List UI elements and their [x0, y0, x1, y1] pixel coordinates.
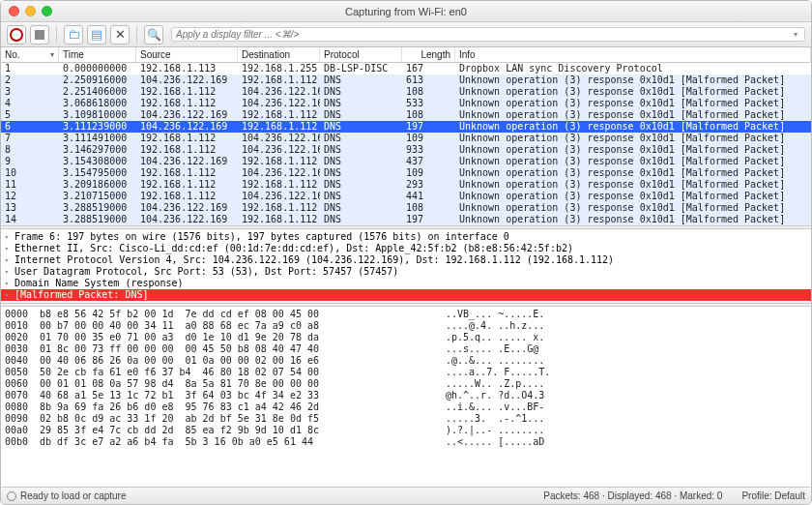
expert-info-icon[interactable]	[7, 491, 16, 501]
search-icon: 🔍	[147, 28, 161, 42]
hex-row[interactable]: 007040 68 a1 5e 13 1c 72 b1 3f 64 03 bc …	[1, 390, 811, 401]
close-icon[interactable]	[9, 6, 19, 16]
toolbar-separator	[56, 26, 57, 44]
save-icon: ▤	[91, 27, 102, 42]
hex-row[interactable]: 002001 70 00 35 e0 71 00 a3 d0 1e 10 d1 …	[1, 332, 811, 343]
disclosure-triangle-icon[interactable]: ▸	[5, 266, 14, 278]
table-row[interactable]: 53.109810000104.236.122.169192.168.1.112…	[1, 109, 811, 121]
close-icon: ✕	[115, 27, 126, 42]
folder-icon: 🗀	[68, 27, 80, 42]
hex-row[interactable]: 00808b 9a 69 fa 26 b6 d0 e8 95 76 83 c1 …	[1, 401, 811, 413]
hex-row[interactable]: 00b0db df 3c e7 a2 a6 b4 fa 5b 3 16 0b a…	[1, 436, 811, 448]
minimize-icon[interactable]	[25, 6, 36, 16]
display-filter[interactable]: ▾	[171, 27, 805, 42]
col-info[interactable]: Info	[455, 47, 811, 62]
app-window: Capturing from Wi-Fi: en0 🗀 ▤ ✕ 🔍 ▾ No.▾…	[0, 0, 812, 505]
chevron-down-icon[interactable]: ▾	[791, 30, 800, 40]
hex-row[interactable]: 0000b8 e8 56 42 5f b2 00 1d 7e dd cd ef …	[1, 309, 811, 320]
table-row[interactable]: 73.111491000192.168.1.112104.236.122.169…	[1, 133, 811, 144]
traffic-lights	[9, 6, 52, 16]
packet-bytes-pane[interactable]: 0000b8 e8 56 42 5f b2 00 1d 7e dd cd ef …	[1, 307, 811, 487]
filter-input[interactable]	[176, 29, 791, 40]
table-row[interactable]: 113.209186000192.168.1.112192.168.1.112D…	[1, 179, 811, 191]
disclosure-triangle-icon[interactable]: ▸	[5, 231, 14, 243]
status-text: Ready to load or capture	[20, 490, 127, 501]
disclosure-triangle-icon[interactable]: ▸	[5, 289, 14, 301]
detail-row[interactable]: ▸[Malformed Packet: DNS]	[1, 289, 811, 301]
hex-row[interactable]: 005050 2e cb fa 61 e0 f6 37 b4 46 80 18 …	[1, 367, 811, 378]
table-row[interactable]: 103.154795000192.168.1.112104.236.122.16…	[1, 167, 811, 179]
save-button[interactable]: ▤	[87, 25, 106, 45]
record-button[interactable]	[7, 25, 26, 45]
hex-row[interactable]: 006000 01 01 08 0a 57 98 d4 8a 5a 81 70 …	[1, 378, 811, 390]
sort-asc-icon: ▾	[50, 50, 54, 59]
table-row[interactable]: 143.288519000104.236.122.169192.168.1.11…	[1, 214, 811, 225]
packet-count: Packets: 468 · Displayed: 468 · Marked: …	[543, 490, 722, 501]
col-length[interactable]: Length	[402, 47, 455, 62]
disclosure-triangle-icon[interactable]: ▸	[5, 278, 14, 289]
column-headers: No.▾ Time Source Destination Protocol Le…	[1, 47, 811, 63]
table-row[interactable]: 123.210715000192.168.1.112104.236.122.16…	[1, 191, 811, 202]
col-destination[interactable]: Destination	[238, 47, 320, 62]
toolbar: 🗀 ▤ ✕ 🔍 ▾	[1, 22, 811, 47]
packet-list[interactable]: 10.000000000192.168.1.113192.168.1.255DB…	[1, 63, 811, 225]
hex-row[interactable]: 004000 40 06 86 26 0a 00 00 01 0a 00 00 …	[1, 355, 811, 367]
window-title: Capturing from Wi-Fi: en0	[345, 6, 467, 17]
hex-row[interactable]: 003001 8c 00 73 ff 00 00 00 00 45 50 b8 …	[1, 343, 811, 355]
profile-label[interactable]: Profile: Default	[741, 490, 805, 501]
detail-row[interactable]: ▸Domain Name System (response)	[1, 278, 811, 289]
status-bar: Ready to load or capture Packets: 468 · …	[1, 487, 811, 504]
table-row[interactable]: 10.000000000192.168.1.113192.168.1.255DB…	[1, 63, 811, 74]
detail-row[interactable]: ▸User Datagram Protocol, Src Port: 53 (5…	[1, 266, 811, 278]
table-row[interactable]: 133.288519000104.236.122.169192.168.1.11…	[1, 202, 811, 214]
stop-button[interactable]	[30, 25, 49, 45]
table-row[interactable]: 43.068618000192.168.1.112104.236.122.169…	[1, 98, 811, 109]
titlebar[interactable]: Capturing from Wi-Fi: en0	[1, 1, 811, 22]
open-button[interactable]: 🗀	[64, 25, 83, 45]
disclosure-triangle-icon[interactable]: ▸	[5, 254, 14, 266]
hex-row[interactable]: 001000 b7 00 00 40 00 34 11 a0 88 68 ec …	[1, 320, 811, 332]
detail-row[interactable]: ▸Ethernet II, Src: Cisco-Li_dd:cd:ef (00…	[1, 243, 811, 254]
col-no[interactable]: No.▾	[1, 47, 59, 62]
find-button[interactable]: 🔍	[144, 25, 163, 45]
table-row[interactable]: 22.250916000104.236.122.169192.168.1.112…	[1, 74, 811, 86]
disclosure-triangle-icon[interactable]: ▸	[5, 243, 14, 254]
col-protocol[interactable]: Protocol	[320, 47, 402, 62]
col-source[interactable]: Source	[136, 47, 238, 62]
table-row[interactable]: 63.111239000104.236.122.169192.168.1.112…	[1, 121, 811, 133]
table-row[interactable]: 83.146297000192.168.1.112104.236.122.169…	[1, 144, 811, 156]
col-time[interactable]: Time	[59, 47, 136, 62]
hex-row[interactable]: 009002 b8 0c d9 ac 33 1f 20 ab 2d bf 5e …	[1, 413, 811, 425]
table-row[interactable]: 93.154308000104.236.122.169192.168.1.112…	[1, 156, 811, 167]
zoom-icon[interactable]	[42, 6, 52, 16]
toolbar-separator	[136, 26, 137, 44]
detail-row[interactable]: ▸Frame 6: 197 bytes on wire (1576 bits),…	[1, 231, 811, 243]
hex-row[interactable]: 00a029 85 3f e4 7c cb dd 2d 85 ea f2 9b …	[1, 425, 811, 436]
table-row[interactable]: 32.251406000192.168.1.112104.236.122.169…	[1, 86, 811, 98]
close-file-button[interactable]: ✕	[110, 25, 130, 45]
detail-row[interactable]: ▸Internet Protocol Version 4, Src: 104.2…	[1, 254, 811, 266]
packet-details-pane[interactable]: ▸Frame 6: 197 bytes on wire (1576 bits),…	[1, 229, 811, 303]
